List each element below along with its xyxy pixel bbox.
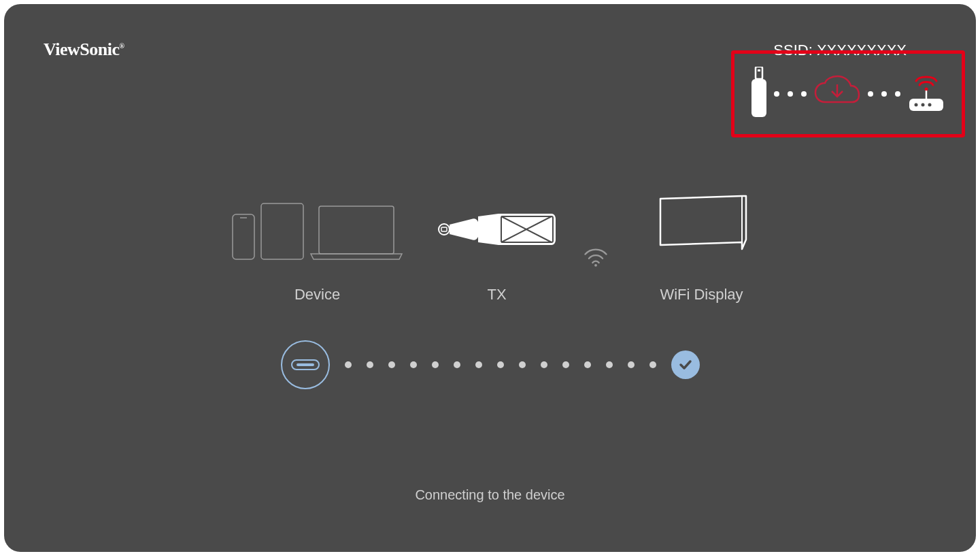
tx-column: TX bbox=[437, 212, 557, 304]
progress-dot bbox=[881, 91, 887, 97]
progress-dot bbox=[801, 91, 807, 97]
device-column: Device bbox=[232, 203, 403, 304]
registered-mark: ® bbox=[120, 42, 124, 50]
progress-dot bbox=[606, 361, 613, 368]
svg-point-9 bbox=[928, 103, 932, 107]
wifi-signal-icon bbox=[584, 246, 607, 269]
svg-rect-13 bbox=[319, 206, 394, 254]
devices-icon-group bbox=[232, 203, 403, 260]
transmitter-icon bbox=[437, 212, 557, 246]
progress-dot bbox=[774, 91, 779, 97]
progress-dot bbox=[788, 91, 793, 97]
progress-dot bbox=[345, 361, 352, 368]
progress-dot bbox=[367, 361, 373, 368]
svg-rect-15 bbox=[441, 227, 447, 231]
usb-c-port-icon bbox=[281, 340, 330, 389]
display-icon bbox=[655, 195, 749, 255]
svg-rect-10 bbox=[233, 214, 254, 259]
svg-rect-12 bbox=[261, 203, 303, 259]
check-complete-icon bbox=[671, 350, 700, 379]
router-wifi-icon bbox=[907, 71, 946, 116]
viewsonic-logo: ViewSonic® bbox=[44, 39, 124, 60]
progress-dot bbox=[895, 91, 900, 97]
svg-point-8 bbox=[922, 103, 925, 107]
progress-dot bbox=[868, 91, 873, 97]
svg-point-4 bbox=[925, 88, 928, 91]
svg-point-14 bbox=[439, 224, 450, 235]
svg-rect-1 bbox=[758, 69, 760, 71]
wifi-display-column: WiFi Display bbox=[655, 195, 749, 304]
connection-diagram: Device TX bbox=[232, 195, 749, 304]
tablet-icon bbox=[260, 203, 304, 260]
progress-dot bbox=[541, 361, 547, 368]
progress-dot bbox=[497, 361, 504, 368]
display-screen: ViewSonic® SSID: XXXXXXXXX bbox=[4, 4, 976, 552]
progress-dot bbox=[562, 361, 569, 368]
progress-dot bbox=[584, 361, 591, 368]
progress-dot bbox=[628, 361, 635, 368]
svg-point-19 bbox=[594, 264, 597, 267]
device-label: Device bbox=[294, 286, 340, 304]
svg-rect-23 bbox=[297, 363, 314, 366]
progress-dot bbox=[454, 361, 460, 368]
progress-dot bbox=[519, 361, 526, 368]
cloud-download-icon bbox=[813, 75, 862, 113]
tx-label: TX bbox=[487, 286, 506, 304]
progress-dot bbox=[410, 361, 417, 368]
progress-dot bbox=[432, 361, 439, 368]
progress-dot bbox=[475, 361, 482, 368]
wifi-display-label: WiFi Display bbox=[660, 286, 743, 304]
connection-status-highlight bbox=[731, 50, 965, 137]
status-message: Connecting to the device bbox=[415, 487, 564, 503]
phone-icon bbox=[232, 214, 255, 260]
svg-rect-0 bbox=[756, 67, 762, 79]
progress-dot bbox=[388, 361, 395, 368]
usb-stick-icon bbox=[750, 67, 768, 121]
laptop-icon bbox=[309, 206, 403, 260]
svg-point-7 bbox=[915, 103, 918, 107]
progress-dot bbox=[649, 361, 656, 368]
connection-progress bbox=[281, 340, 700, 389]
brand-text: ViewSonic bbox=[44, 39, 120, 59]
svg-rect-2 bbox=[751, 79, 766, 117]
